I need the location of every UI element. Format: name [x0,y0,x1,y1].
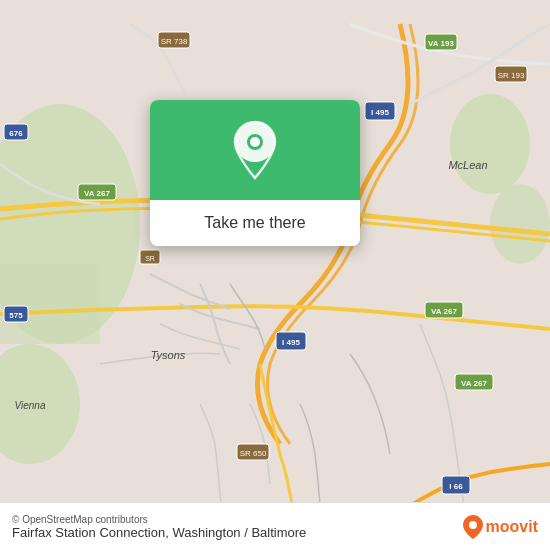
moovit-logo: moovit [462,514,538,540]
svg-text:676: 676 [9,129,23,138]
svg-text:I 66: I 66 [449,482,463,491]
svg-text:SR 738: SR 738 [161,37,188,46]
svg-text:VA 267: VA 267 [431,307,457,316]
svg-text:VA 267: VA 267 [461,379,487,388]
svg-text:SR 193: SR 193 [498,71,525,80]
location-pin-icon [230,120,280,180]
bottom-bar: © OpenStreetMap contributors Fairfax Sta… [0,502,550,550]
svg-text:SR 650: SR 650 [240,449,267,458]
popup-card: Take me there [150,100,360,246]
svg-point-5 [490,184,550,264]
svg-text:VA 267: VA 267 [84,189,110,198]
app-location-text: Fairfax Station Connection, Washington /… [12,525,306,540]
map-background: I 495 VA 193 SR 193 SR 738 676 VA 267 SR… [0,0,550,550]
svg-text:I 495: I 495 [371,108,389,117]
svg-text:SR: SR [145,255,155,262]
bottom-bar-left: © OpenStreetMap contributors Fairfax Sta… [12,514,306,540]
moovit-brand-text: moovit [486,518,538,536]
popup-header [150,100,360,200]
map-container: I 495 VA 193 SR 193 SR 738 676 VA 267 SR… [0,0,550,550]
take-me-there-label: Take me there [204,214,305,232]
svg-point-4 [450,94,530,194]
svg-point-37 [250,137,260,147]
svg-text:575: 575 [9,311,23,320]
take-me-there-button[interactable]: Take me there [150,200,360,246]
svg-text:McLean: McLean [448,159,487,171]
svg-text:VA 193: VA 193 [428,39,454,48]
svg-text:I 495: I 495 [282,338,300,347]
moovit-pin-icon [462,514,484,540]
svg-text:Tysons: Tysons [151,349,186,361]
svg-rect-3 [0,264,100,344]
svg-text:Vienna: Vienna [15,400,46,411]
svg-point-38 [469,521,477,529]
attribution-text: © OpenStreetMap contributors [12,514,306,525]
